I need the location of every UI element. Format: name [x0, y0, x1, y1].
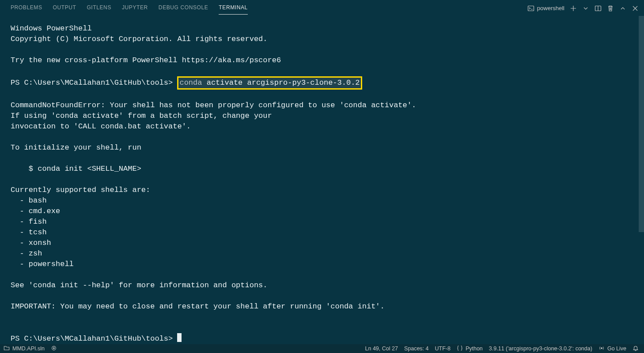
tab-jupyter[interactable]: JUPYTER	[122, 2, 148, 15]
svg-rect-0	[528, 6, 534, 11]
terminal-line: Copyright (C) Microsoft Corporation. All…	[11, 35, 268, 43]
terminal-line: Windows PowerShell	[11, 24, 92, 33]
cursor-position[interactable]: Ln 49, Col 27	[365, 345, 398, 352]
close-panel-button[interactable]	[632, 5, 639, 12]
target-icon	[51, 345, 57, 353]
indentation[interactable]: Spaces: 4	[404, 345, 429, 352]
terminal-line: IMPORTANT: You may need to close and res…	[11, 302, 385, 311]
panel-tabs: PROBLEMS OUTPUT GITLENS JUPYTER DEBUG CO…	[11, 2, 248, 15]
terminal-line: Try the new cross-platform PowerShell ht…	[11, 56, 281, 64]
tab-output[interactable]: OUTPUT	[53, 2, 76, 15]
braces-icon	[457, 345, 463, 353]
terminal-line: If using 'conda activate' from a batch s…	[11, 112, 272, 120]
tab-debug-console[interactable]: DEBUG CONSOLE	[159, 2, 208, 15]
broadcast-icon	[599, 345, 605, 353]
language-mode[interactable]: Python	[457, 345, 483, 353]
terminal-prompt: PS C:\Users\MCallahan1\GitHub\tools>	[11, 79, 177, 87]
panel-header: PROBLEMS OUTPUT GITLENS JUPYTER DEBUG CO…	[0, 0, 644, 15]
terminal-line: $ conda init <SHELL_NAME>	[11, 165, 141, 173]
command-keyword: conda	[179, 79, 202, 87]
solution-label: MMD.API.sln	[12, 345, 45, 352]
tab-problems[interactable]: PROBLEMS	[11, 2, 42, 15]
terminal-line: - powershell	[11, 260, 74, 268]
notifications-icon[interactable]	[633, 345, 639, 352]
terminal-line: invocation to 'CALL conda.bat activate'.	[11, 122, 191, 131]
terminal-line: - zsh	[11, 249, 42, 258]
trash-icon[interactable]	[607, 5, 614, 12]
terminal-line: - fish	[11, 218, 47, 226]
tab-terminal[interactable]: TERMINAL	[219, 2, 247, 15]
terminal-profile-selector[interactable]: powershell	[527, 5, 564, 12]
terminal-line: CommandNotFoundError: Your shell has not…	[11, 101, 416, 109]
new-terminal-button[interactable]	[570, 5, 577, 12]
command-args: activate arcgispro-py3-clone-3.0.2	[202, 79, 360, 87]
python-interpreter[interactable]: 3.9.11 ('arcgispro-py3-clone-3.0.2': con…	[489, 345, 592, 352]
terminal-scrollbar[interactable]	[639, 16, 644, 232]
terminal-line: See 'conda init --help' for more informa…	[11, 281, 268, 289]
highlighted-command: conda activate arcgispro-py3-clone-3.0.2	[177, 76, 362, 90]
panel-actions: powershell	[527, 5, 639, 12]
terminal-line: To initialize your shell, run	[11, 143, 141, 152]
status-bar: MMD.API.sln Ln 49, Col 27 Spaces: 4 UTF-…	[0, 344, 644, 353]
debug-target-item[interactable]	[51, 345, 57, 353]
chevron-up-icon[interactable]	[619, 5, 626, 12]
tab-gitlens[interactable]: GITLENS	[87, 2, 111, 15]
terminal-dropdown-icon[interactable]	[582, 5, 589, 12]
split-terminal-button[interactable]	[595, 5, 602, 12]
terminal-icon	[527, 5, 534, 12]
terminal-profile-label: powershell	[537, 5, 564, 11]
folder-icon	[4, 345, 10, 353]
svg-point-4	[601, 347, 602, 349]
terminal-line: - cmd.exe	[11, 207, 60, 215]
terminal-cursor	[177, 333, 182, 342]
solution-item[interactable]: MMD.API.sln	[4, 345, 45, 353]
terminal-output[interactable]: Windows PowerShell Copyright (C) Microso…	[0, 15, 644, 344]
encoding[interactable]: UTF-8	[435, 345, 450, 352]
terminal-line: - xonsh	[11, 239, 51, 247]
terminal-line: - bash	[11, 196, 47, 205]
terminal-prompt: PS C:\Users\MCallahan1\GitHub\tools>	[11, 334, 177, 343]
svg-point-3	[53, 347, 55, 349]
terminal-line: - tcsh	[11, 228, 47, 237]
terminal-line: Currently supported shells are:	[11, 186, 150, 194]
go-live-button[interactable]: Go Live	[599, 345, 626, 353]
